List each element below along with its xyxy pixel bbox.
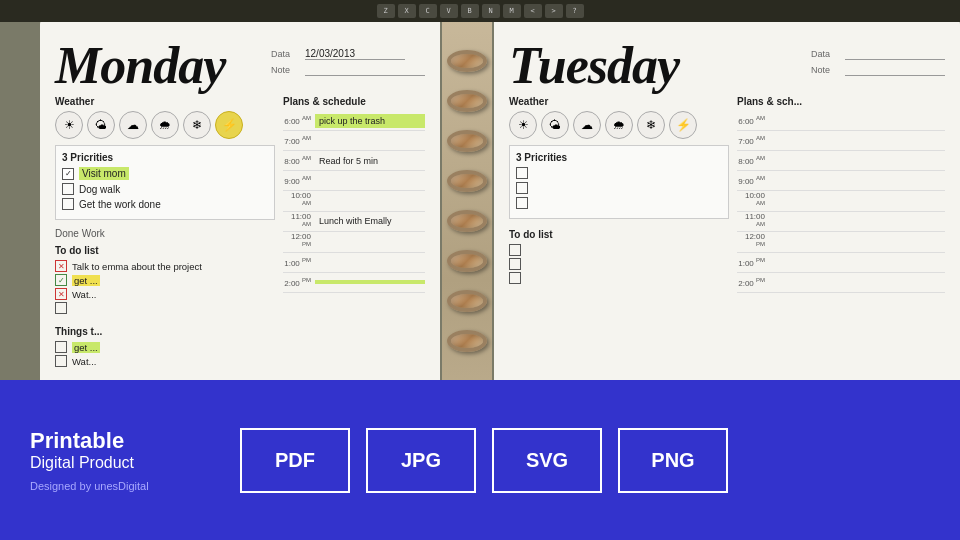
priority-1-checkbox[interactable]: ✓ <box>62 168 74 180</box>
monday-date-label: Data <box>271 49 299 59</box>
product-info: Printable Digital Product Designed by un… <box>30 428 210 492</box>
monday-priorities-section: 3 Pricrities ✓ Visit mom Dog walk Get th… <box>55 145 275 220</box>
monday-heading: Monday <box>55 40 225 92</box>
todo-3-label: Wat... <box>72 289 96 300</box>
tue-time-900am: 9:00 AM <box>737 175 769 186</box>
tue-todo-item-2 <box>509 258 729 270</box>
tue-weather-sun[interactable]: ☀ <box>509 111 537 139</box>
key-b: B <box>461 4 479 18</box>
todo-4-checkbox[interactable] <box>55 302 67 314</box>
tuesday-plans-title: Plans & sch... <box>737 96 945 107</box>
key-v: V <box>440 4 458 18</box>
tue-time-100pm: 1:00 PM <box>737 257 769 268</box>
ring-8 <box>447 330 487 352</box>
time-1000am: 10:00 AM <box>283 191 315 211</box>
tuesday-date-section: Data Note <box>811 48 945 76</box>
tue-time-1200pm: 12:00 PM <box>737 232 769 252</box>
things-1-label: get ... <box>72 342 100 353</box>
todo-3-checkbox[interactable]: ✕ <box>55 288 67 300</box>
todo-item-2: ✓ get ... <box>55 274 275 286</box>
tuesday-note-value <box>845 64 945 76</box>
tuesday-weather-label: Weather <box>509 96 729 107</box>
weather-icon-overcast[interactable]: 🌧 <box>151 111 179 139</box>
todo-item-1: ✕ Talk to emma about the project <box>55 260 275 272</box>
keyboard-bar: Z X C V B N M < > ? <box>0 0 960 22</box>
todo-item-3: ✕ Wat... <box>55 288 275 300</box>
tue-weather-lightning[interactable]: ⚡ <box>669 111 697 139</box>
priority-3-checkbox[interactable] <box>62 198 74 210</box>
tue-row-1100am: 11:00 AM <box>737 212 945 233</box>
ring-2 <box>447 90 487 112</box>
tue-time-800am: 8:00 AM <box>737 155 769 166</box>
tue-weather-cloud[interactable]: ☁ <box>573 111 601 139</box>
tue-todo-item-3 <box>509 272 729 284</box>
monday-schedule: 6:00 AM pick up the trash 7:00 AM 8:00 A… <box>283 111 425 293</box>
priority-2-label: Dog walk <box>79 184 120 195</box>
tue-time-200pm: 2:00 PM <box>737 277 769 288</box>
ring-7 <box>447 290 487 312</box>
tuesday-priorities-section: 3 Pricrities <box>509 145 729 219</box>
priority-2-checkbox[interactable] <box>62 183 74 195</box>
tue-row-100pm: 1:00 PM <box>737 253 945 273</box>
product-title-area: Printable Digital Product <box>30 428 210 472</box>
tue-weather-overcast[interactable]: 🌧 <box>605 111 633 139</box>
tue-row-1200pm: 12:00 PM <box>737 232 945 253</box>
time-900am: 9:00 AM <box>283 175 315 186</box>
format-png-button[interactable]: PNG <box>618 428 728 493</box>
time-200pm: 2:00 PM <box>283 277 315 288</box>
key-period: > <box>545 4 563 18</box>
bottom-panel: Printable Digital Product Designed by un… <box>0 380 960 540</box>
tue-todo-2-checkbox[interactable] <box>509 258 521 270</box>
tuesday-schedule: 6:00 AM 7:00 AM 8:00 AM 9:00 AM <box>737 111 945 293</box>
todo-1-label: Talk to emma about the project <box>72 261 202 272</box>
tuesday-heading: Tuesday <box>509 40 679 92</box>
priority-item-2: Dog walk <box>62 183 268 195</box>
monday-priorities-title: 3 Pricrities <box>62 152 268 163</box>
monday-date-section: Data 12/03/2013 Note <box>271 48 425 76</box>
tue-priority-3-checkbox[interactable] <box>516 197 528 209</box>
tue-time-1100am: 11:00 AM <box>737 212 769 232</box>
weather-icon-cloud[interactable]: ☁ <box>119 111 147 139</box>
tue-priority-2-checkbox[interactable] <box>516 182 528 194</box>
time-700am: 7:00 AM <box>283 135 315 146</box>
things-1-checkbox[interactable] <box>55 341 67 353</box>
ring-3 <box>447 130 487 152</box>
schedule-row-600am: 6:00 AM pick up the trash <box>283 111 425 131</box>
schedule-row-700am: 7:00 AM <box>283 131 425 151</box>
things-2-label: Wat... <box>72 356 96 367</box>
ring-5 <box>447 210 487 232</box>
weather-icon-lightning[interactable]: ⚡ <box>215 111 243 139</box>
format-jpg-button[interactable]: JPG <box>366 428 476 493</box>
time-1200pm: 12:00 PM <box>283 232 315 252</box>
monday-note-label: Note <box>271 65 299 75</box>
weather-icon-snow[interactable]: ❄ <box>183 111 211 139</box>
tue-todo-3-checkbox[interactable] <box>509 272 521 284</box>
tue-row-600am: 6:00 AM <box>737 111 945 131</box>
tue-priority-1-checkbox[interactable] <box>516 167 528 179</box>
todo-1-checkbox[interactable]: ✕ <box>55 260 67 272</box>
monday-todo-section: To do list ✕ Talk to emma about the proj… <box>55 245 275 316</box>
tue-weather-cloud-sun[interactable]: 🌤 <box>541 111 569 139</box>
tue-todo-1-checkbox[interactable] <box>509 244 521 256</box>
tue-weather-snow[interactable]: ❄ <box>637 111 665 139</box>
tue-row-700am: 7:00 AM <box>737 131 945 151</box>
format-svg-button[interactable]: SVG <box>492 428 602 493</box>
tue-todo-item-1 <box>509 244 729 256</box>
format-pdf-button[interactable]: PDF <box>240 428 350 493</box>
tue-row-200pm: 2:00 PM <box>737 273 945 293</box>
monday-things-section: Things t... get ... Wat... <box>55 326 275 369</box>
key-c: C <box>419 4 437 18</box>
key-comma: < <box>524 4 542 18</box>
format-buttons-group: PDF JPG SVG PNG <box>240 428 728 493</box>
weather-icon-cloud-sun[interactable]: 🌤 <box>87 111 115 139</box>
things-2-checkbox[interactable] <box>55 355 67 367</box>
content-800am: Read for 5 min <box>315 156 425 166</box>
todo-2-checkbox[interactable]: ✓ <box>55 274 67 286</box>
tue-priority-item-2 <box>516 182 722 194</box>
key-z: Z <box>377 4 395 18</box>
monday-weather-row: ☀ 🌤 ☁ 🌧 ❄ ⚡ <box>55 111 275 139</box>
ring-6 <box>447 250 487 272</box>
tuesday-todo-title: To do list <box>509 229 729 240</box>
tue-time-600am: 6:00 AM <box>737 115 769 126</box>
weather-icon-sun[interactable]: ☀ <box>55 111 83 139</box>
